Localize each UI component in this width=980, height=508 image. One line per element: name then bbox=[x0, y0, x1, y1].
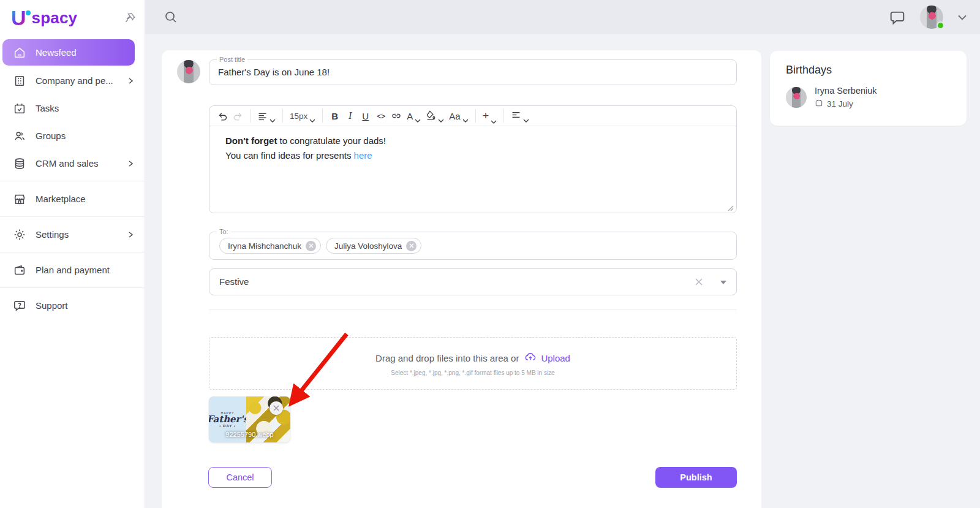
line-height-button[interactable] bbox=[255, 108, 278, 124]
recipient-name: Juliya Voloshylova bbox=[334, 241, 402, 251]
font-size-dropdown[interactable]: 15px bbox=[287, 108, 318, 124]
upload-button[interactable]: Upload bbox=[524, 351, 570, 365]
sidebar-item-tasks[interactable]: Tasks bbox=[0, 94, 145, 122]
section-divider bbox=[209, 309, 737, 310]
select-caret-icon[interactable] bbox=[720, 281, 726, 284]
recipient-chip[interactable]: Juliya Voloshylova bbox=[326, 238, 421, 254]
post-title-field[interactable]: Post title Father's Day is on June 18! bbox=[209, 59, 737, 85]
redo-button[interactable] bbox=[230, 108, 246, 124]
toolbar-separator bbox=[322, 109, 323, 123]
user-avatar[interactable] bbox=[920, 6, 943, 29]
sidebar-divider bbox=[0, 181, 145, 181]
chevron-down-icon bbox=[415, 114, 421, 118]
text-color-dropdown[interactable]: A bbox=[404, 108, 423, 124]
recipient-chip[interactable]: Iryna Mishchanchuk bbox=[219, 238, 321, 254]
home-icon bbox=[13, 46, 26, 59]
rich-text-editor: 15px B I U <> A bbox=[209, 105, 737, 213]
help-bubble-icon bbox=[13, 299, 26, 313]
chevron-down-icon bbox=[270, 114, 276, 118]
people-icon bbox=[13, 129, 26, 143]
logo-dot bbox=[26, 10, 31, 15]
birthday-date: 31 July bbox=[827, 99, 853, 108]
sidebar-item-marketplace[interactable]: Marketplace bbox=[0, 185, 145, 213]
align-dropdown[interactable] bbox=[508, 108, 532, 124]
editor-line-1: Don't forget to congratulate your dads! bbox=[225, 134, 720, 148]
file-dropzone[interactable]: Drag and drop files into this area or Up… bbox=[209, 337, 737, 390]
sidebar: U spacy Newsfeed bbox=[0, 0, 145, 508]
logo-text: spacy bbox=[32, 9, 78, 28]
search-button[interactable] bbox=[164, 10, 178, 25]
bold-button[interactable]: B bbox=[327, 108, 342, 124]
sidebar-item-plan[interactable]: Plan and payment bbox=[0, 256, 145, 284]
paint-bucket-icon bbox=[426, 110, 436, 122]
undo-button[interactable] bbox=[215, 108, 230, 124]
user-menu-chevron[interactable] bbox=[958, 12, 967, 23]
font-size-value: 15px bbox=[290, 112, 307, 121]
avatar-photo bbox=[177, 60, 200, 83]
insert-more-dropdown[interactable]: + bbox=[480, 108, 500, 124]
chevron-down-icon bbox=[309, 114, 315, 118]
chevron-down-icon bbox=[491, 114, 497, 118]
to-label: To: bbox=[217, 228, 231, 236]
typography-label: Aa bbox=[449, 111, 460, 121]
underline-button[interactable]: U bbox=[358, 108, 373, 124]
sidebar-divider bbox=[0, 287, 145, 288]
sidebar-item-company[interactable]: Company and pe... bbox=[0, 67, 145, 94]
upload-label: Upload bbox=[541, 353, 570, 363]
post-title-value[interactable]: Father's Day is on June 18! bbox=[209, 60, 736, 84]
category-select[interactable]: Festive bbox=[209, 268, 737, 295]
calendar-icon bbox=[815, 99, 823, 109]
sidebar-item-label: Tasks bbox=[36, 103, 59, 113]
align-left-icon bbox=[511, 110, 521, 122]
bold-text: Don't forget bbox=[225, 135, 277, 146]
sidebar-item-settings[interactable]: Settings bbox=[0, 221, 145, 248]
sidebar-item-newsfeed[interactable]: Newsfeed bbox=[2, 39, 135, 66]
sidebar-item-crm[interactable]: CRM and sales bbox=[0, 150, 145, 177]
building-icon bbox=[13, 74, 26, 88]
publish-button[interactable]: Publish bbox=[655, 467, 737, 488]
attachment-filename: 92255790.webp bbox=[209, 431, 290, 438]
chevron-right-icon bbox=[126, 230, 135, 239]
editor-line-2: You can find ideas for presents here bbox=[225, 148, 720, 163]
background-color-dropdown[interactable] bbox=[423, 108, 447, 124]
sidebar-item-label: Newsfeed bbox=[36, 47, 77, 58]
chat-button[interactable] bbox=[889, 9, 905, 25]
birthdays-title: Birthdays bbox=[786, 64, 951, 77]
chevron-right-icon bbox=[126, 77, 135, 85]
sidebar-item-label: Marketplace bbox=[36, 194, 86, 204]
toolbar-separator bbox=[475, 109, 476, 123]
composer-avatar bbox=[177, 60, 200, 83]
recipient-name: Iryna Mishchanchuk bbox=[228, 241, 301, 251]
sidebar-item-label: Settings bbox=[36, 229, 69, 240]
recipients-field[interactable]: To: Iryna Mishchanchuk Juliya Voloshylov… bbox=[209, 232, 737, 260]
toolbar-separator bbox=[282, 109, 283, 123]
clear-selection-button[interactable] bbox=[693, 276, 704, 287]
card-day-text: • DAY • bbox=[219, 424, 236, 428]
pin-sidebar-button[interactable] bbox=[124, 12, 136, 24]
cancel-button[interactable]: Cancel bbox=[208, 467, 272, 488]
post-composer: Post title Father's Day is on June 18! bbox=[162, 50, 761, 508]
italic-button[interactable]: I bbox=[342, 108, 358, 124]
typography-dropdown[interactable]: Aa bbox=[447, 108, 470, 124]
insert-link-button[interactable] bbox=[388, 108, 404, 124]
remove-attachment-button[interactable] bbox=[270, 401, 283, 415]
sidebar-item-support[interactable]: Support bbox=[0, 292, 145, 319]
editor-resize-handle[interactable] bbox=[726, 203, 734, 210]
editor-body[interactable]: Don't forget to congratulate your dads! … bbox=[209, 126, 736, 200]
cloud-upload-icon bbox=[524, 351, 537, 365]
wallet-icon bbox=[13, 263, 26, 277]
birthday-entry[interactable]: Iryna Serbeniuk 31 July bbox=[786, 86, 951, 109]
code-view-button[interactable]: <> bbox=[373, 108, 388, 124]
inline-link[interactable]: here bbox=[354, 150, 372, 161]
editor-toolbar: 15px B I U <> A bbox=[209, 106, 736, 126]
recipient-chips: Iryna Mishchanchuk Juliya Voloshylova bbox=[209, 232, 736, 259]
card-title-text: Father's bbox=[209, 415, 249, 424]
logo-u-mark: U bbox=[11, 7, 26, 28]
remove-recipient-button[interactable] bbox=[306, 241, 316, 251]
remove-recipient-button[interactable] bbox=[406, 241, 417, 251]
sidebar-item-groups[interactable]: Groups bbox=[0, 122, 145, 150]
birthday-name: Iryna Serbeniuk bbox=[815, 86, 877, 96]
sidebar-divider bbox=[0, 252, 145, 252]
post-title-label: Post title bbox=[217, 56, 247, 64]
attachment-thumbnail: HAPPY Father's • DAY • 92255790.webp bbox=[209, 396, 290, 442]
